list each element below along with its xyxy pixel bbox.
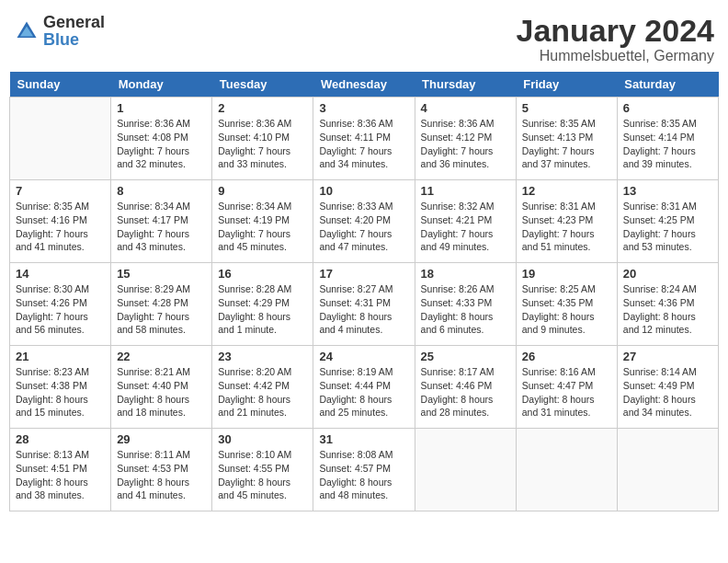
calendar-cell — [516, 429, 617, 511]
day-number: 10 — [319, 184, 408, 198]
day-number: 15 — [117, 267, 206, 281]
calendar-cell: 9Sunrise: 8:34 AMSunset: 4:19 PMDaylight… — [212, 180, 313, 263]
day-number: 3 — [319, 101, 408, 115]
day-sun-info: Sunrise: 8:34 AMSunset: 4:19 PMDaylight:… — [218, 200, 307, 254]
day-sun-info: Sunrise: 8:36 AMSunset: 4:11 PMDaylight:… — [319, 117, 408, 171]
day-sun-info: Sunrise: 8:33 AMSunset: 4:20 PMDaylight:… — [319, 200, 408, 254]
day-number: 31 — [319, 432, 408, 446]
day-sun-info: Sunrise: 8:29 AMSunset: 4:28 PMDaylight:… — [117, 282, 206, 337]
day-sun-info: Sunrise: 8:36 AMSunset: 4:12 PMDaylight:… — [421, 117, 510, 171]
calendar-cell: 7Sunrise: 8:35 AMSunset: 4:16 PMDaylight… — [10, 180, 111, 263]
calendar-cell: 21Sunrise: 8:23 AMSunset: 4:38 PMDayligh… — [10, 346, 111, 429]
calendar-week-row: 7Sunrise: 8:35 AMSunset: 4:16 PMDaylight… — [10, 180, 719, 263]
day-number: 16 — [218, 267, 307, 281]
page-header: General Blue January 2024 Hummelsbuettel… — [9, 9, 719, 64]
calendar-cell: 2Sunrise: 8:36 AMSunset: 4:10 PMDaylight… — [212, 98, 313, 180]
day-sun-info: Sunrise: 8:19 AMSunset: 4:44 PMDaylight:… — [319, 365, 408, 419]
day-number: 7 — [16, 184, 105, 198]
calendar-cell: 27Sunrise: 8:14 AMSunset: 4:49 PMDayligh… — [617, 346, 718, 429]
logo-icon — [14, 18, 40, 44]
day-sun-info: Sunrise: 8:14 AMSunset: 4:49 PMDaylight:… — [623, 365, 712, 419]
calendar-cell: 1Sunrise: 8:36 AMSunset: 4:08 PMDaylight… — [111, 98, 212, 180]
day-sun-info: Sunrise: 8:28 AMSunset: 4:29 PMDaylight:… — [218, 282, 307, 337]
day-number: 18 — [421, 267, 510, 281]
calendar-cell: 25Sunrise: 8:17 AMSunset: 4:46 PMDayligh… — [415, 346, 516, 429]
day-number: 8 — [117, 184, 206, 198]
day-number: 19 — [522, 267, 611, 281]
day-number: 13 — [623, 184, 712, 198]
day-of-week-header: Tuesday — [212, 72, 313, 98]
day-number: 1 — [117, 101, 206, 115]
day-sun-info: Sunrise: 8:35 AMSunset: 4:14 PMDaylight:… — [623, 117, 712, 171]
day-sun-info: Sunrise: 8:08 AMSunset: 4:57 PMDaylight:… — [319, 448, 408, 502]
calendar-cell: 24Sunrise: 8:19 AMSunset: 4:44 PMDayligh… — [313, 346, 415, 429]
day-number: 6 — [623, 101, 712, 115]
calendar-cell: 13Sunrise: 8:31 AMSunset: 4:25 PMDayligh… — [617, 180, 718, 263]
calendar-cell: 23Sunrise: 8:20 AMSunset: 4:42 PMDayligh… — [212, 346, 313, 429]
day-sun-info: Sunrise: 8:10 AMSunset: 4:55 PMDaylight:… — [218, 448, 307, 502]
calendar-table: SundayMondayTuesdayWednesdayThursdayFrid… — [9, 72, 719, 511]
day-number: 9 — [218, 184, 307, 198]
day-sun-info: Sunrise: 8:11 AMSunset: 4:53 PMDaylight:… — [117, 448, 206, 502]
calendar-cell: 17Sunrise: 8:27 AMSunset: 4:31 PMDayligh… — [313, 263, 415, 346]
day-number: 26 — [522, 350, 611, 363]
calendar-cell: 8Sunrise: 8:34 AMSunset: 4:17 PMDaylight… — [111, 180, 212, 263]
day-sun-info: Sunrise: 8:27 AMSunset: 4:31 PMDaylight:… — [319, 282, 408, 337]
day-sun-info: Sunrise: 8:31 AMSunset: 4:23 PMDaylight:… — [522, 200, 611, 254]
day-number: 14 — [16, 267, 105, 281]
calendar-cell: 30Sunrise: 8:10 AMSunset: 4:55 PMDayligh… — [212, 429, 313, 511]
calendar-week-row: 14Sunrise: 8:30 AMSunset: 4:26 PMDayligh… — [10, 263, 719, 346]
day-number: 17 — [319, 267, 408, 281]
calendar-cell: 4Sunrise: 8:36 AMSunset: 4:12 PMDaylight… — [415, 98, 516, 180]
day-sun-info: Sunrise: 8:30 AMSunset: 4:26 PMDaylight:… — [16, 282, 105, 337]
day-number: 11 — [421, 184, 510, 198]
calendar-cell: 20Sunrise: 8:24 AMSunset: 4:36 PMDayligh… — [617, 263, 718, 346]
day-sun-info: Sunrise: 8:31 AMSunset: 4:25 PMDaylight:… — [623, 200, 712, 254]
calendar-cell: 12Sunrise: 8:31 AMSunset: 4:23 PMDayligh… — [516, 180, 617, 263]
day-sun-info: Sunrise: 8:20 AMSunset: 4:42 PMDaylight:… — [218, 365, 307, 419]
calendar-cell: 18Sunrise: 8:26 AMSunset: 4:33 PMDayligh… — [415, 263, 516, 346]
calendar-cell: 22Sunrise: 8:21 AMSunset: 4:40 PMDayligh… — [111, 346, 212, 429]
calendar-cell: 14Sunrise: 8:30 AMSunset: 4:26 PMDayligh… — [10, 263, 111, 346]
day-number: 24 — [319, 350, 408, 363]
day-number: 22 — [117, 350, 206, 363]
calendar-cell: 28Sunrise: 8:13 AMSunset: 4:51 PMDayligh… — [10, 429, 111, 511]
calendar-week-row: 28Sunrise: 8:13 AMSunset: 4:51 PMDayligh… — [10, 429, 719, 511]
calendar-subtitle: Hummelsbuettel, Germany — [517, 48, 715, 64]
calendar-cell: 19Sunrise: 8:25 AMSunset: 4:35 PMDayligh… — [516, 263, 617, 346]
calendar-title: January 2024 — [517, 14, 715, 48]
day-number: 12 — [522, 184, 611, 198]
logo-general: General — [43, 14, 105, 31]
day-number: 30 — [218, 432, 307, 446]
day-of-week-header: Thursday — [415, 72, 516, 98]
day-sun-info: Sunrise: 8:35 AMSunset: 4:16 PMDaylight:… — [16, 200, 105, 254]
day-number: 28 — [16, 432, 105, 446]
calendar-week-row: 21Sunrise: 8:23 AMSunset: 4:38 PMDayligh… — [10, 346, 719, 429]
day-number: 23 — [218, 350, 307, 363]
calendar-cell: 10Sunrise: 8:33 AMSunset: 4:20 PMDayligh… — [313, 180, 415, 263]
calendar-cell: 26Sunrise: 8:16 AMSunset: 4:47 PMDayligh… — [516, 346, 617, 429]
day-of-week-header: Wednesday — [313, 72, 415, 98]
day-sun-info: Sunrise: 8:35 AMSunset: 4:13 PMDaylight:… — [522, 117, 611, 171]
day-sun-info: Sunrise: 8:17 AMSunset: 4:46 PMDaylight:… — [421, 365, 510, 419]
day-sun-info: Sunrise: 8:16 AMSunset: 4:47 PMDaylight:… — [522, 365, 611, 419]
calendar-cell: 16Sunrise: 8:28 AMSunset: 4:29 PMDayligh… — [212, 263, 313, 346]
calendar-cell: 11Sunrise: 8:32 AMSunset: 4:21 PMDayligh… — [415, 180, 516, 263]
day-of-week-header: Friday — [516, 72, 617, 98]
day-of-week-header: Saturday — [617, 72, 718, 98]
day-sun-info: Sunrise: 8:24 AMSunset: 4:36 PMDaylight:… — [623, 282, 712, 337]
calendar-cell: 15Sunrise: 8:29 AMSunset: 4:28 PMDayligh… — [111, 263, 212, 346]
day-number: 21 — [16, 350, 105, 363]
calendar-header-row: SundayMondayTuesdayWednesdayThursdayFrid… — [10, 72, 719, 98]
calendar-cell — [617, 429, 718, 511]
calendar-cell: 29Sunrise: 8:11 AMSunset: 4:53 PMDayligh… — [111, 429, 212, 511]
calendar-cell: 3Sunrise: 8:36 AMSunset: 4:11 PMDaylight… — [313, 98, 415, 180]
day-sun-info: Sunrise: 8:21 AMSunset: 4:40 PMDaylight:… — [117, 365, 206, 419]
calendar-cell: 5Sunrise: 8:35 AMSunset: 4:13 PMDaylight… — [516, 98, 617, 180]
calendar-week-row: 1Sunrise: 8:36 AMSunset: 4:08 PMDaylight… — [10, 98, 719, 180]
calendar-cell: 6Sunrise: 8:35 AMSunset: 4:14 PMDaylight… — [617, 98, 718, 180]
day-number: 27 — [623, 350, 712, 363]
calendar-header: January 2024 Hummelsbuettel, Germany — [517, 14, 715, 64]
calendar-cell — [10, 98, 111, 180]
day-of-week-header: Sunday — [10, 72, 111, 98]
